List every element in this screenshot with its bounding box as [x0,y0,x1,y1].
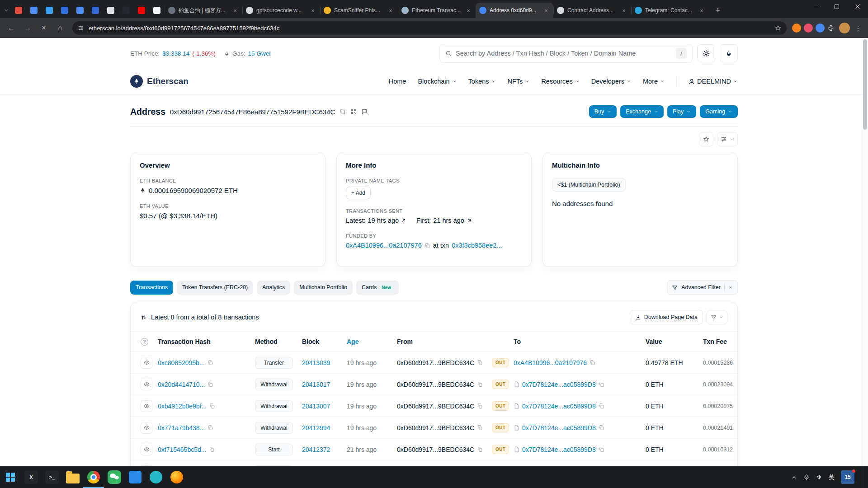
browser-tab[interactable]: gptsourcecode.w... × [242,3,320,18]
browser-tab[interactable]: ScamSniffer Phis... × [320,3,398,18]
vscode-app[interactable] [125,466,146,488]
external-link-icon[interactable] [401,218,406,223]
to-address-link[interactable]: 0x7D78124e...ac05899D8 [522,446,596,453]
qr-code-icon[interactable] [350,108,357,115]
funding-txn-link[interactable]: 0x3f3cb958ee2... [452,242,502,249]
browser-tab[interactable]: 钓鱼合约 | 極客方... × [165,3,242,18]
eye-button[interactable] [141,444,152,455]
views-button[interactable] [717,132,738,146]
nav-item[interactable]: NFTs [508,78,530,85]
pinned-tab[interactable] [88,3,103,18]
bookmark-star-icon[interactable] [775,25,781,31]
block-link[interactable]: 20412994 [302,424,330,432]
tx-hash-link[interactable]: 0xb4912b0e9bf... [158,403,207,410]
table-filter-button[interactable] [707,310,727,324]
block-link[interactable]: 20413039 [302,359,330,366]
browser-tab[interactable]: Contract Address... × [553,3,631,18]
wechat-app[interactable] [104,466,125,488]
help-icon[interactable] [141,338,148,346]
tab-close-icon[interactable]: × [620,7,627,14]
advanced-filter-button[interactable]: Advanced Filter [667,280,738,295]
tab-close-icon[interactable]: × [542,7,550,14]
content-tab[interactable]: Token Transfers (ERC-20) [177,281,253,295]
address-action-button[interactable]: Buy [589,105,617,118]
to-address-link[interactable]: 0x7D78124e...ac05899D8 [522,424,596,432]
nav-item[interactable]: Blockchain [418,78,456,85]
to-address-link[interactable]: 0xA4B10996...0a2107976 [514,359,587,366]
eth-price-link[interactable]: $3,338.14 [162,50,189,57]
browser-tab[interactable]: Telegram: Contac... × [631,3,709,18]
pinned-tab[interactable] [72,3,88,18]
copy-icon[interactable] [477,360,483,366]
tray-chevron-up-icon[interactable] [791,474,797,480]
content-tab[interactable]: Multichain Portfolio [294,281,353,295]
volume-icon[interactable] [816,474,822,480]
tab-close-icon[interactable]: × [465,7,472,14]
multichain-portfolio-badge[interactable]: <$1 (Multichain Portfolio) [552,178,626,192]
tx-hash-link[interactable]: 0x20d4414710... [158,381,205,388]
stop-reload-button[interactable]: × [37,21,51,35]
eye-button[interactable] [141,400,152,412]
address-action-button[interactable]: Gaming [700,105,738,118]
profile-avatar[interactable] [839,23,850,33]
scrollbar-thumb[interactable] [863,39,867,130]
to-address-link[interactable]: 0x7D78124e...ac05899D8 [522,403,596,410]
pinned-tab[interactable] [26,3,42,18]
copy-icon[interactable] [599,446,604,452]
copy-icon[interactable] [590,360,595,366]
home-button[interactable]: ⌂ [53,21,67,35]
download-page-data-button[interactable]: Download Page Data [630,310,703,324]
microphone-icon[interactable] [803,474,810,480]
favorite-button[interactable] [699,132,713,146]
nav-item[interactable]: Developers [591,78,631,85]
column-header[interactable]: Txn Fee [703,338,727,345]
browser-menu-icon[interactable]: ⋮ [853,24,863,33]
block-link[interactable]: 20413007 [302,403,330,410]
funder-address-link[interactable]: 0xA4B10996...0a2107976 [346,242,422,249]
gas-tracker-button[interactable] [720,44,738,62]
copy-icon[interactable] [599,381,604,387]
etherscan-logo[interactable]: Etherscan [130,75,189,88]
browser-tab[interactable]: Ethereum Transac... × [398,3,476,18]
copy-icon[interactable] [209,403,215,409]
comment-icon[interactable] [361,108,368,115]
copy-icon[interactable] [208,381,213,387]
block-link[interactable]: 20412372 [302,446,330,453]
pinned-tab[interactable] [103,3,118,18]
blue-extension-icon[interactable] [816,23,825,33]
close-button[interactable] [847,0,868,14]
show-desktop-button[interactable] [861,466,863,488]
copy-icon[interactable] [599,425,604,431]
tx-hash-link[interactable]: 0x771a79b438... [158,424,205,432]
column-header[interactable]: From [397,338,492,345]
copy-icon[interactable] [425,243,430,249]
url-text[interactable]: etherscan.io/address/0xd60d991725674547e… [89,25,770,32]
site-settings-icon[interactable] [78,25,84,31]
tab-close-icon[interactable]: × [309,7,316,14]
file-explorer-app[interactable] [62,466,83,488]
terminal-app[interactable]: >_ [42,466,62,488]
browser-tab[interactable]: Address 0xd60d9... × [476,3,553,18]
eye-button[interactable] [141,422,152,434]
column-header[interactable]: Value [646,338,703,345]
nav-item[interactable]: DEELMIND [689,78,738,85]
to-address-link[interactable]: 0x7D78124e...ac05899D8 [522,381,596,388]
add-name-tag-button[interactable]: + Add [346,187,371,199]
content-tab[interactable]: Cards New [356,281,399,295]
page-scrollbar[interactable] [862,38,868,466]
gas-value-link[interactable]: 15 Gwei [248,50,271,57]
column-header[interactable]: Age [347,338,397,345]
sort-icon[interactable] [141,314,147,320]
nav-item[interactable]: Home [389,78,406,85]
column-header[interactable]: To [514,338,646,345]
tray-notification-badge[interactable]: 15 [841,470,854,484]
pinned-tab[interactable] [42,3,57,18]
pinned-tab[interactable] [134,3,149,18]
copy-icon[interactable] [208,360,213,366]
forward-button[interactable]: → [21,21,34,35]
pinned-tab[interactable] [149,3,165,18]
nav-item[interactable]: Resources [541,78,579,85]
pinned-tab[interactable] [118,3,134,18]
tab-search-icon[interactable] [4,8,9,13]
back-button[interactable]: ← [5,21,18,35]
